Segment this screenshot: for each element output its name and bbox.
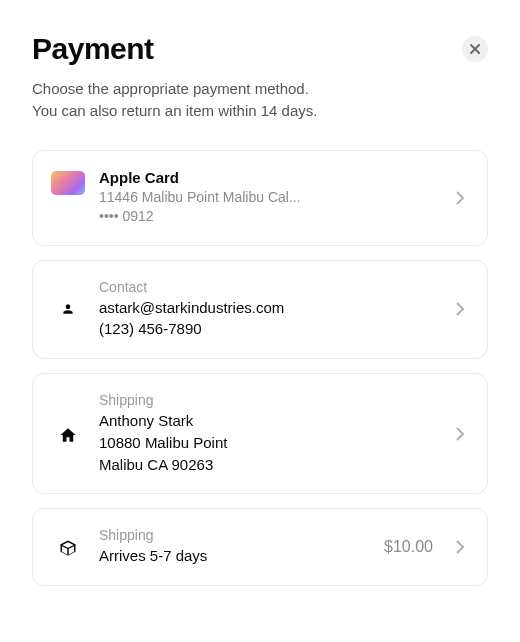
payment-card-last4: •••• 0912 [99,207,437,227]
contact-label: Contact [99,279,437,295]
shipping-name: Anthony Stark [99,410,437,432]
page-subtitle: Choose the appropriate payment method. Y… [32,78,488,122]
shipping-address-label: Shipping [99,392,437,408]
close-button[interactable] [462,36,488,62]
chevron-right-icon [451,425,469,443]
credit-card-icon [51,171,85,195]
page-title: Payment [32,32,154,66]
shipping-method-label: Shipping [99,527,370,543]
chevron-right-icon [451,300,469,318]
subtitle-line1: Choose the appropriate payment method. [32,80,309,97]
home-icon [59,426,77,444]
shipping-price: $10.00 [384,538,433,556]
chevron-right-icon [451,189,469,207]
shipping-address-card[interactable]: Shipping Anthony Stark 10880 Malibu Poin… [32,373,488,494]
shipping-eta: Arrives 5-7 days [99,545,370,567]
shipping-line1: 10880 Malibu Point [99,432,437,454]
contact-phone: (123) 456-7890 [99,318,437,340]
payment-card-address: 11446 Malibu Point Malibu Cal... [99,188,437,208]
person-icon [61,302,75,316]
contact-email: astark@starkindustries.com [99,297,437,319]
shipping-method-card[interactable]: Shipping Arrives 5-7 days $10.00 [32,508,488,586]
subtitle-line2: You can also return an item within 14 da… [32,102,317,119]
contact-card[interactable]: Contact astark@starkindustries.com (123)… [32,260,488,360]
package-icon [59,539,77,557]
payment-card-name: Apple Card [99,169,437,186]
shipping-line2: Malibu CA 90263 [99,454,437,476]
close-icon [469,43,481,55]
chevron-right-icon [451,538,469,556]
payment-method-card[interactable]: Apple Card 11446 Malibu Point Malibu Cal… [32,150,488,246]
